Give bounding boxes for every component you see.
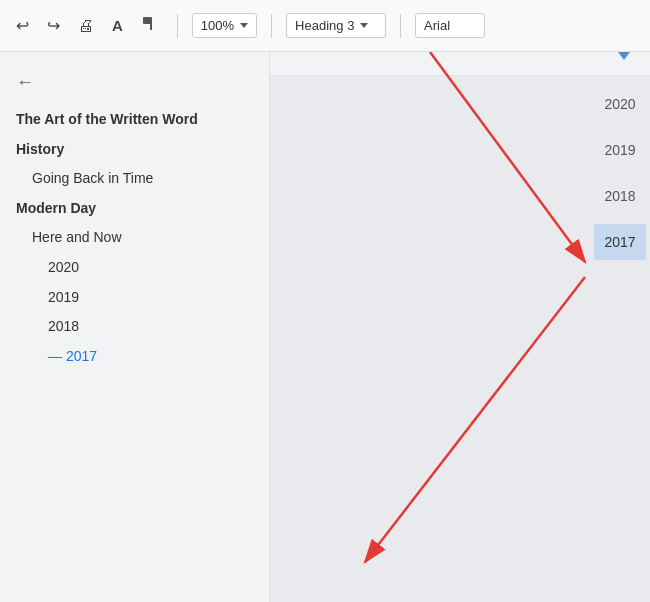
toolbar-divider-1 <box>177 14 178 38</box>
back-arrow-icon: ← <box>16 72 34 93</box>
svg-rect-1 <box>150 20 152 30</box>
toolbar: ↩ ↪ 🖨 A 100% Heading 3 Arial <box>0 0 650 52</box>
undo-icon[interactable]: ↩ <box>12 12 33 39</box>
outline-item-modern-day[interactable]: Modern Day <box>0 194 269 224</box>
outline-item-going-back[interactable]: Going Back in Time <box>0 164 269 194</box>
year-2018[interactable]: 2018 <box>594 178 646 214</box>
text-color-icon[interactable]: A <box>108 13 127 38</box>
style-dropdown[interactable]: Heading 3 <box>286 13 386 38</box>
svg-line-5 <box>365 277 585 562</box>
outline-item-title[interactable]: The Art of the Written Word <box>0 105 269 135</box>
active-dash-icon: — <box>48 347 62 367</box>
outline-item-history[interactable]: History <box>0 135 269 165</box>
zoom-label: 100% <box>201 18 234 33</box>
year-sidebar: 2020 2019 2018 2017 <box>590 76 650 260</box>
format-painter-icon[interactable] <box>137 11 163 41</box>
svg-line-4 <box>430 52 585 262</box>
zoom-chevron-icon <box>240 23 248 28</box>
outline-item-2017[interactable]: — 2017 <box>0 342 269 372</box>
outline-item-2020[interactable]: 2020 <box>0 253 269 283</box>
ruler <box>270 52 650 76</box>
document-area: 2020 2019 2018 2017 <box>270 52 650 602</box>
outline-item-2019[interactable]: 2019 <box>0 283 269 313</box>
back-button[interactable]: ← <box>0 68 269 105</box>
zoom-dropdown[interactable]: 100% <box>192 13 257 38</box>
font-label: Arial <box>424 18 450 33</box>
ruler-indent-icon <box>618 52 630 60</box>
style-chevron-icon <box>360 23 368 28</box>
print-icon[interactable]: 🖨 <box>74 13 98 39</box>
toolbar-divider-3 <box>400 14 401 38</box>
font-selector[interactable]: Arial <box>415 13 485 38</box>
toolbar-divider-2 <box>271 14 272 38</box>
document-outline-panel: ← The Art of the Written Word History Go… <box>0 52 270 602</box>
outline-item-2017-label: 2017 <box>66 347 97 367</box>
year-2020[interactable]: 2020 <box>594 86 646 122</box>
style-label: Heading 3 <box>295 18 354 33</box>
year-2017[interactable]: 2017 <box>594 224 646 260</box>
year-2019[interactable]: 2019 <box>594 132 646 168</box>
redo-icon[interactable]: ↪ <box>43 12 64 39</box>
main-layout: ← The Art of the Written Word History Go… <box>0 52 650 602</box>
outline-item-2018[interactable]: 2018 <box>0 312 269 342</box>
outline-item-here-now[interactable]: Here and Now <box>0 223 269 253</box>
